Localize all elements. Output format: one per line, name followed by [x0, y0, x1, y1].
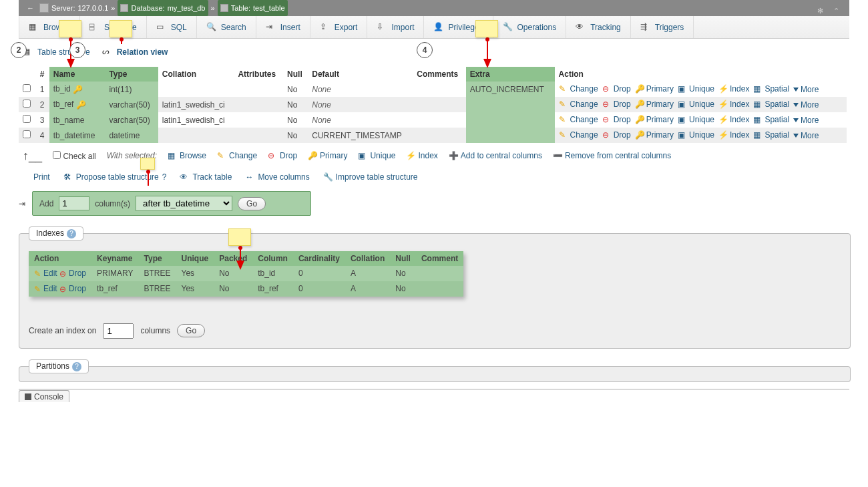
wrench-icon: 🔧 [323, 172, 333, 182]
check-all[interactable]: Check all [53, 151, 96, 161]
bulk-change[interactable]: ✎Change [217, 151, 257, 160]
create-index-go[interactable]: Go [177, 324, 205, 337]
help-icon[interactable]: ? [162, 172, 167, 182]
breadcrumb-table[interactable]: Table: test_table [218, 0, 288, 16]
spatial-icon: ▦ [753, 115, 763, 124]
help-icon[interactable]: ? [67, 229, 76, 238]
row-drop[interactable]: ⊖Drop [602, 84, 631, 94]
breadcrumb-server[interactable]: Server: 127.0.0.1 [51, 0, 108, 16]
row-spatial[interactable]: ▦Spatial [753, 115, 789, 124]
row-spatial[interactable]: ▦Spatial [753, 100, 789, 109]
bulk-remove-central[interactable]: ➖Remove from central columns [553, 151, 671, 160]
bulk-index[interactable]: ⚡Index [406, 151, 437, 160]
browse-icon: ▦ [168, 151, 177, 160]
row-change[interactable]: ✎Change [559, 130, 598, 140]
index-key-icon: 🔑 [76, 100, 85, 110]
tab-operations[interactable]: 🔧Operations [493, 16, 567, 38]
row-drop[interactable]: ⊖Drop [602, 115, 631, 124]
breadcrumb-sep: » [111, 0, 115, 16]
idx-drop[interactable]: ⊖Drop [59, 284, 86, 293]
row-unique[interactable]: ▣Unique [678, 84, 714, 94]
row-change[interactable]: ✎Change [559, 100, 598, 109]
move-columns-link[interactable]: ↔Move columns [245, 172, 309, 182]
row-primary[interactable]: 🔑Primary [635, 100, 674, 109]
unique-icon: ▣ [678, 100, 687, 109]
row-unique[interactable]: ▣Unique [678, 130, 714, 140]
idx-edit[interactable]: ✎Edit [34, 284, 57, 293]
track-link[interactable]: 👁Track table [180, 172, 232, 182]
add-label: Add [39, 199, 53, 208]
row-primary[interactable]: 🔑Primary [635, 130, 674, 140]
propose-link[interactable]: 🛠Propose table structure ? [63, 172, 167, 182]
tab-import[interactable]: ⇩Import [367, 16, 424, 38]
bulk-primary[interactable]: 🔑Primary [308, 151, 347, 160]
add-position-select[interactable]: after tb_datetime [136, 196, 232, 211]
bulk-add-central[interactable]: ➕Add to central columns [449, 151, 542, 160]
row-index[interactable]: ⚡Index [718, 100, 749, 109]
row-more[interactable]: More [793, 100, 819, 110]
tab-triggers[interactable]: ⇶Triggers [631, 16, 694, 38]
row-primary[interactable]: 🔑Primary [635, 115, 674, 124]
print-link[interactable]: Print [33, 172, 50, 182]
row-change[interactable]: ✎Change [559, 84, 598, 94]
idx-col-keyname: Keyname [91, 251, 138, 266]
row-unique[interactable]: ▣Unique [678, 115, 714, 124]
create-index-count[interactable] [103, 323, 134, 339]
improve-link[interactable]: 🔧Improve table structure [323, 172, 418, 182]
row-unique[interactable]: ▣Unique [678, 100, 714, 109]
row-spatial[interactable]: ▦Spatial [753, 130, 789, 140]
bulk-drop[interactable]: ⊖Drop [268, 151, 297, 160]
breadcrumb-database[interactable]: Database: my_test_db [118, 0, 208, 16]
console-tab[interactable]: Console [19, 390, 69, 402]
row-drop[interactable]: ⊖Drop [602, 100, 631, 109]
subtab-relation-view[interactable]: ᔕ Relation view [102, 47, 168, 57]
row-index[interactable]: ⚡Index [718, 130, 749, 140]
structure-icon: ⌸ [89, 22, 100, 33]
row-more[interactable]: More [793, 85, 819, 94]
indexes-legend: Indexes? [29, 226, 83, 240]
tab-export[interactable]: ⇪Export [310, 16, 368, 38]
row-index[interactable]: ⚡Index [718, 84, 749, 94]
tab-sql[interactable]: ▭SQL [147, 16, 197, 38]
privileges-icon: 👤 [433, 22, 444, 33]
insert-icon: ⇥ [266, 22, 276, 33]
lightning-icon: ⚡ [718, 100, 728, 109]
idx-drop[interactable]: ⊖Drop [59, 269, 86, 278]
col-extra: Extra [466, 67, 555, 82]
import-icon: ⇩ [377, 22, 387, 33]
col-name: Name [49, 67, 105, 82]
idx-col-null: Null [390, 251, 416, 266]
row-checkbox[interactable] [23, 130, 31, 138]
tracking-icon: 👁 [576, 22, 586, 33]
row-drop[interactable]: ⊖Drop [602, 130, 631, 140]
idx-col-collation: Collation [345, 251, 390, 266]
tab-tracking[interactable]: 👁Tracking [566, 16, 631, 38]
pencil-icon: ✎ [559, 100, 568, 109]
row-checkbox[interactable] [23, 84, 31, 92]
row-checkbox[interactable] [23, 100, 31, 108]
add-go-button[interactable]: Go [238, 197, 266, 210]
spatial-icon: ▦ [753, 100, 763, 109]
row-primary[interactable]: 🔑Primary [635, 84, 674, 94]
bulk-browse[interactable]: ▦Browse [168, 151, 206, 160]
tab-insert[interactable]: ⇥Insert [256, 16, 310, 38]
pencil-icon: ✎ [34, 269, 43, 279]
tab-search[interactable]: 🔍Search [197, 16, 256, 38]
collapse-icon[interactable]: ⌃ [833, 3, 844, 13]
row-more[interactable]: More [793, 131, 819, 140]
row-index[interactable]: ⚡Index [718, 115, 749, 124]
row-change[interactable]: ✎Change [559, 115, 598, 124]
idx-edit[interactable]: ✎Edit [34, 269, 57, 278]
row-more[interactable]: More [793, 116, 819, 125]
row-checkbox[interactable] [23, 115, 31, 123]
table-icon [220, 4, 228, 12]
add-count-input[interactable] [59, 196, 89, 210]
idx-col-action: Action [29, 251, 91, 266]
bulk-unique[interactable]: ▣Unique [358, 151, 395, 160]
gear-icon[interactable]: ✻ [817, 3, 828, 13]
minus-icon: ⊖ [59, 269, 69, 279]
help-icon[interactable]: ? [72, 362, 81, 371]
row-spatial[interactable]: ▦Spatial [753, 84, 789, 94]
nav-back-icon[interactable]: ← [24, 0, 37, 16]
breadcrumb-sep: » [211, 0, 215, 16]
